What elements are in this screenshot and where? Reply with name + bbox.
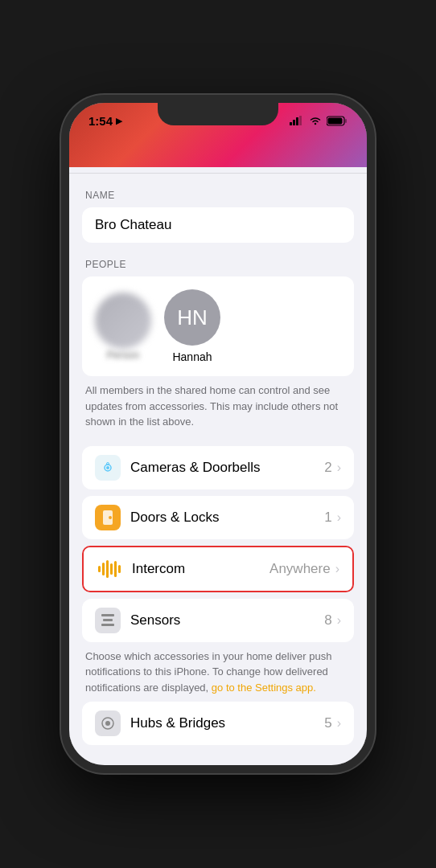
hubs-chevron: › (337, 716, 341, 731)
sensor-line-2 (103, 619, 113, 621)
wave-bar-1 (98, 566, 101, 572)
signal-icon (290, 116, 304, 125)
svg-rect-0 (290, 122, 292, 125)
wave-bar-6 (118, 565, 121, 573)
sensor-lines (101, 614, 114, 626)
cameras-chevron: › (337, 461, 341, 475)
time-label: 1:54 (88, 114, 113, 128)
intercom-row-wrapper: Intercom Anywhere › (82, 546, 354, 592)
svg-rect-2 (296, 117, 298, 125)
hubs-label: Hubs & Bridges (130, 715, 324, 731)
people-card: Person HN Hannah (82, 276, 354, 376)
svg-point-11 (109, 516, 112, 519)
settings-app-link[interactable]: go to the Settings app. (212, 682, 316, 694)
doors-locks-row[interactable]: Doors & Locks 1 › (82, 496, 354, 539)
status-time: 1:54 ▶ (88, 114, 122, 128)
people-note: All members in the shared home can contr… (82, 383, 354, 430)
door-svg (101, 510, 114, 526)
notification-note: Choose which accessories in your home de… (82, 649, 354, 696)
intercom-row[interactable]: Intercom Anywhere › (84, 547, 352, 591)
avatar-blurred (95, 293, 151, 349)
status-icons (290, 116, 348, 126)
svg-rect-6 (328, 117, 343, 124)
cameras-doorbells-row[interactable]: Cameras & Doorbells 2 › (82, 446, 354, 489)
doors-chevron: › (337, 510, 341, 525)
hubs-svg (101, 716, 115, 731)
sensors-value: 8 (324, 612, 331, 628)
avatar-hn: HN (164, 289, 220, 346)
person-hn: HN Hannah (164, 289, 220, 363)
doors-label: Doors & Locks (130, 510, 324, 526)
name-input-container (82, 207, 354, 243)
hubs-value: 5 (324, 715, 331, 731)
wave-bar-5 (114, 561, 117, 577)
intercom-value: Anywhere (269, 561, 331, 577)
hubs-bridges-row-container: Hubs & Bridges 5 › (82, 702, 354, 745)
hubs-bridges-row[interactable]: Hubs & Bridges 5 › (82, 702, 354, 745)
hubs-icon (95, 710, 121, 736)
name-input[interactable] (95, 217, 341, 233)
intercom-chevron: › (335, 562, 339, 576)
wave-bar-3 (106, 560, 109, 578)
sensors-icon (95, 608, 121, 633)
person-hn-name: Hannah (172, 350, 212, 363)
sensors-label: Sensors (130, 612, 324, 628)
svg-point-8 (106, 466, 109, 469)
battery-icon (327, 116, 348, 126)
intercom-icon (97, 556, 122, 582)
avatar-hn-label: HN (177, 305, 208, 330)
svg-rect-1 (293, 120, 295, 125)
cameras-value: 2 (324, 460, 331, 476)
cameras-label: Cameras & Doorbells (130, 460, 324, 476)
svg-point-13 (105, 721, 110, 726)
person-d: Person (95, 293, 151, 361)
cameras-icon (95, 455, 121, 481)
sensors-chevron: › (337, 613, 341, 628)
sensor-line-1 (101, 614, 114, 616)
people-section: PEOPLE Person HN Hannah All mem (82, 259, 354, 430)
camera-svg (100, 460, 116, 476)
person-d-name: Person (106, 349, 139, 361)
scroll-content: NAME PEOPLE Person HN (69, 174, 367, 765)
people-section-label: PEOPLE (82, 259, 354, 270)
screen-content: ‹ Homes Done NAME PEOPLE Person (69, 138, 367, 765)
doors-icon (95, 505, 121, 530)
settings-group-sensors: Sensors 8 › (82, 599, 354, 642)
wave-bar-2 (102, 563, 105, 575)
doors-value: 1 (324, 510, 331, 526)
intercom-label: Intercom (132, 561, 269, 577)
name-section-label: NAME (82, 190, 354, 201)
sensors-row[interactable]: Sensors 8 › (82, 599, 354, 642)
svg-rect-3 (299, 116, 302, 125)
wifi-icon (309, 116, 322, 125)
settings-group-doors: Doors & Locks 1 › (82, 496, 354, 539)
settings-group-cameras: Cameras & Doorbells 2 › (82, 446, 354, 489)
intercom-waves (98, 560, 121, 578)
svg-point-9 (107, 462, 109, 465)
wave-bar-4 (110, 563, 113, 575)
location-icon: ▶ (116, 116, 122, 126)
settings-group-intercom: Intercom Anywhere › (84, 547, 352, 591)
svg-rect-5 (345, 119, 347, 123)
sensor-line-3 (101, 624, 114, 626)
